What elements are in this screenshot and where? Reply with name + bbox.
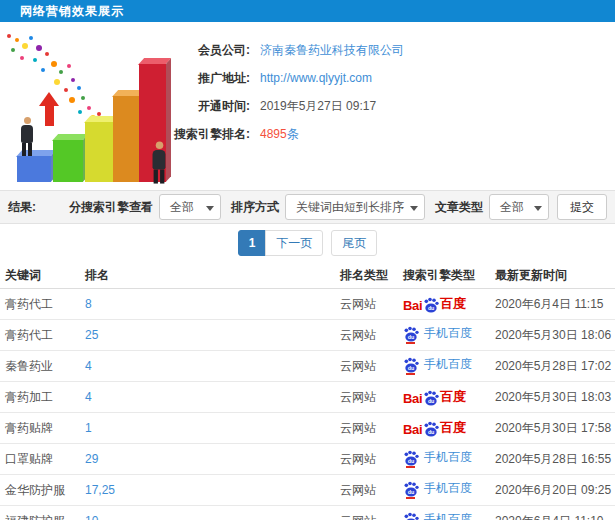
update-time-cell: 2020年5月28日 17:02 [490, 358, 615, 375]
baidu-paw-icon: du [403, 357, 419, 373]
rank-link[interactable]: 17,25 [80, 483, 335, 497]
rank-link[interactable]: 8 [80, 297, 335, 311]
mobile-baidu-text: 手机百度 [424, 480, 472, 497]
sort-filter-select[interactable]: 关键词由短到长排序 [285, 194, 425, 220]
baidu-pc-logo: Bai du 百度 [403, 388, 466, 406]
header-rank: 排名 [80, 267, 335, 284]
keyword-cell: 金华防护服 [0, 482, 80, 499]
opened-time-row: 开通时间: 2019年5月27日 09:17 [150, 92, 610, 120]
page-1-button[interactable]: 1 [238, 230, 267, 256]
chevron-down-icon [534, 206, 542, 211]
company-label: 会员公司: [150, 42, 250, 59]
engine-cell: Bai du 百度 du 手机百度 [398, 511, 490, 520]
engine-cell: Bai du 百度 du 手机百度 [398, 480, 490, 500]
sort-filter-value: 关键词由短到长排序 [296, 199, 404, 216]
keyword-cell: 口罩贴牌 [0, 451, 80, 468]
article-type-value: 全部 [500, 199, 524, 216]
baidu-mobile-logo: du 手机百度 [403, 325, 472, 342]
header-update-time: 最新更新时间 [490, 267, 615, 284]
rank-link[interactable]: 25 [80, 328, 335, 342]
rank-type-cell: 云网站 [335, 296, 398, 313]
last-page-button[interactable]: 尾页 [331, 230, 377, 256]
result-label: 结果: [8, 199, 36, 216]
header-rank-type: 排名类型 [335, 267, 398, 284]
article-type-label: 文章类型 [435, 199, 483, 216]
promo-url-row: 推广地址: http://www.qlyyjt.com [150, 64, 610, 92]
rank-link[interactable]: 4 [80, 390, 335, 404]
rank-number: 4895 [260, 127, 287, 141]
baidu-bai-text: Bai [403, 298, 422, 313]
baidu-mobile-logo: du 手机百度 [403, 480, 472, 497]
promo-url-label: 推广地址: [150, 70, 250, 87]
rank-unit: 条 [287, 127, 299, 141]
svg-text:du: du [428, 429, 434, 435]
rank-link[interactable]: 1 [80, 421, 335, 435]
keyword-cell: 膏药加工 [0, 389, 80, 406]
engine-cell: Bai du 百度 du 手机百度 [398, 449, 490, 469]
chevron-down-icon [410, 206, 418, 211]
rank-type-cell: 云网站 [335, 389, 398, 406]
article-type-select[interactable]: 全部 [489, 194, 549, 220]
baidu-bai-text: Bai [403, 422, 422, 437]
update-time-cell: 2020年5月30日 18:06 [490, 327, 615, 344]
baidu-mobile-logo: du 手机百度 [403, 511, 472, 520]
company-row: 会员公司: 济南秦鲁药业科技有限公司 [150, 36, 610, 64]
company-link[interactable]: 济南秦鲁药业科技有限公司 [260, 42, 404, 59]
mobile-baidu-text: 手机百度 [424, 356, 472, 373]
baidu-pc-logo: Bai du 百度 [403, 295, 466, 313]
chevron-down-icon [206, 206, 214, 211]
baidu-paw-icon: du [403, 326, 419, 342]
table-row: 福建防护服 10 云网站 Bai du 百度 du [0, 506, 615, 520]
page-title: 网络营销效果展示 [20, 3, 124, 20]
rank-link[interactable]: 29 [80, 452, 335, 466]
svg-text:du: du [408, 489, 415, 495]
keyword-cell: 膏药代工 [0, 327, 80, 344]
engine-cell: Bai du 百度 du 手机百度 [398, 388, 490, 406]
submit-button[interactable]: 提交 [557, 194, 607, 220]
baidu-paw-icon: du [423, 421, 439, 437]
table-header-row: 关键词 排名 排名类型 搜索引擎类型 最新更新时间 [0, 262, 615, 289]
svg-text:du: du [408, 458, 415, 464]
baidu-cn-text: 百度 [440, 388, 465, 406]
engine-rank-label: 搜索引擎排名: [150, 126, 250, 143]
table-row: 秦鲁药业 4 云网站 Bai du 百度 du 手机 [0, 351, 615, 382]
promo-url-link[interactable]: http://www.qlyyjt.com [260, 71, 372, 85]
keyword-cell: 膏药代工 [0, 296, 80, 313]
opened-time-value: 2019年5月27日 09:17 [260, 98, 376, 115]
baidu-paw-icon: du [403, 481, 419, 497]
baidu-paw-icon: du [423, 390, 439, 406]
baidu-bai-text: Bai [403, 391, 422, 406]
svg-text:du: du [408, 334, 415, 340]
engine-rank-row: 搜索引擎排名: 4895条 [150, 120, 610, 148]
update-time-cell: 2020年6月4日 11:15 [490, 296, 615, 313]
engine-cell: Bai du 百度 du 手机百度 [398, 419, 490, 437]
baidu-mobile-logo: du 手机百度 [403, 356, 472, 373]
chart-bar-blue [17, 156, 51, 182]
update-time-cell: 2020年6月4日 11:10 [490, 513, 615, 520]
rank-type-cell: 云网站 [335, 327, 398, 344]
rank-link[interactable]: 4 [80, 359, 335, 373]
engine-filter-value: 全部 [170, 199, 194, 216]
table-row: 口罩贴牌 29 云网站 Bai du 百度 du 手 [0, 444, 615, 475]
engine-cell: Bai du 百度 du 手机百度 [398, 356, 490, 376]
engine-cell: Bai du 百度 du 手机百度 [398, 295, 490, 313]
svg-text:du: du [408, 365, 415, 371]
member-info-rows: 会员公司: 济南秦鲁药业科技有限公司 推广地址: http://www.qlyy… [150, 36, 610, 148]
up-arrow-icon [39, 92, 59, 126]
sort-filter-label: 排序方式 [231, 199, 279, 216]
baidu-cn-text: 百度 [440, 419, 465, 437]
engine-filter-select[interactable]: 全部 [159, 194, 221, 220]
header-keyword: 关键词 [0, 267, 80, 284]
engine-filter-label: 分搜索引擎查看 [69, 199, 153, 216]
mobile-baidu-text: 手机百度 [424, 325, 472, 342]
baidu-paw-icon: du [423, 297, 439, 313]
mobile-baidu-text: 手机百度 [424, 511, 472, 520]
pagination: 1 下一页 尾页 [0, 224, 615, 262]
baidu-mobile-logo: du 手机百度 [403, 449, 472, 466]
rank-link[interactable]: 10 [80, 514, 335, 520]
header-engine-type: 搜索引擎类型 [398, 267, 490, 284]
next-page-button[interactable]: 下一页 [265, 230, 323, 256]
engine-rank-count: 4895条 [260, 126, 299, 143]
chart-bar-yellow [85, 122, 114, 182]
table-row: 膏药代工 8 云网站 Bai du 百度 du 手机 [0, 289, 615, 320]
